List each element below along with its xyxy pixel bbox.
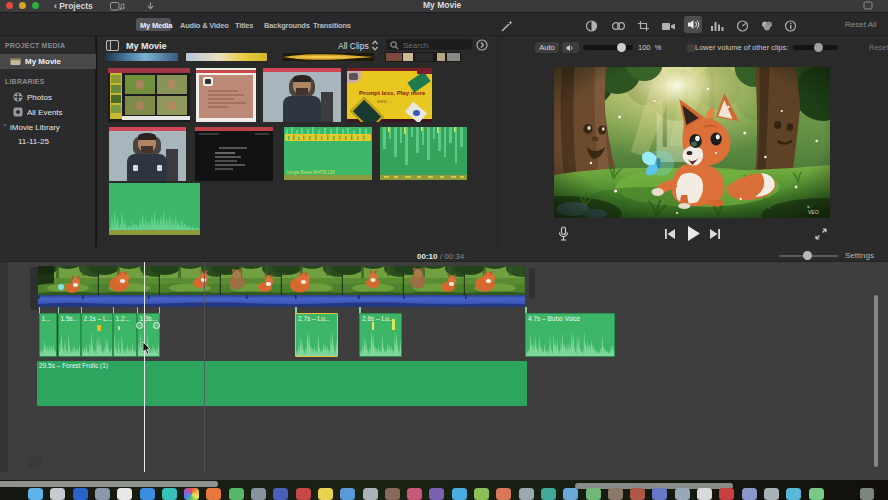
svg-text:VEO: VEO xyxy=(808,209,819,215)
